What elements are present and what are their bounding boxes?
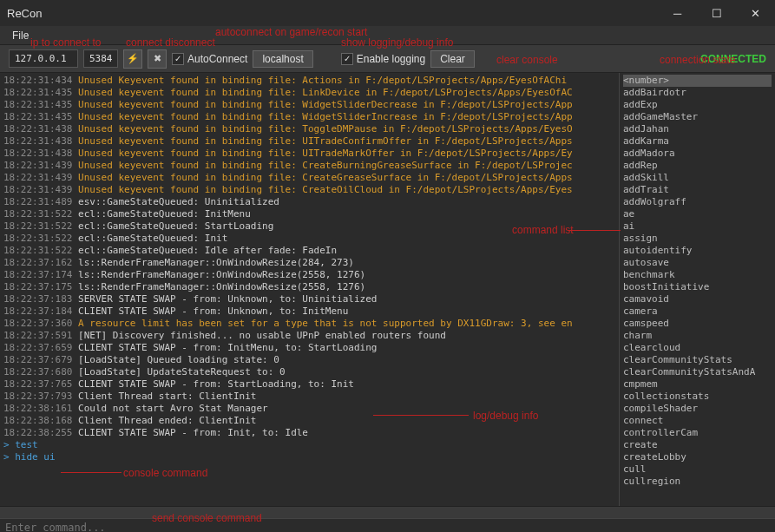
command-item[interactable]: benchmark — [623, 269, 772, 281]
log-line: > hide ui — [3, 451, 615, 463]
command-item[interactable]: addKarma — [623, 135, 772, 148]
connection-state: CONNECTED — [700, 53, 766, 65]
log-line: 18:22:37:162 ls::RenderFrameManager::OnW… — [3, 257, 615, 269]
window-title: ReCon — [7, 7, 42, 20]
enable-logging-label: Enable logging — [357, 53, 425, 65]
log-line: 18:22:31:438 Unused keyevent found in bi… — [3, 123, 615, 135]
close-button[interactable]: ✕ — [736, 0, 775, 26]
log-line: 18:22:37:659 CLIENT STATE SWAP - from: I… — [3, 342, 615, 354]
command-item[interactable]: clearCommunityStats — [623, 354, 772, 366]
log-line: 18:22:31:439 Unused keyevent found in bi… — [3, 184, 615, 196]
command-item[interactable]: camavoid — [623, 293, 772, 305]
command-item[interactable]: addSkill — [623, 172, 772, 184]
log-line: 18:22:37:175 ls::RenderFrameManager::OnW… — [3, 281, 615, 293]
log-line: 18:22:31:438 Unused keyevent found in bi… — [3, 135, 615, 148]
log-panel[interactable]: 18:22:31:434 Unused Keyevent found in bi… — [0, 73, 619, 506]
log-line: 18:22:37:680 [LoadState] UpdateStateRequ… — [3, 366, 615, 378]
log-line: 18:22:31:435 Unused keyevent found in bi… — [3, 87, 615, 99]
autoconnect-checkbox[interactable]: ✓ AutoConnect — [172, 53, 247, 65]
command-item[interactable]: cullregion — [623, 476, 772, 488]
log-line: 18:22:38:168 Client Thread ended: Client… — [3, 415, 615, 427]
enable-logging-checkbox[interactable]: ✓ Enable logging — [341, 53, 425, 65]
command-input[interactable] — [5, 522, 770, 532]
command-item[interactable]: autosave — [623, 257, 772, 269]
log-line: 18:22:37:174 ls::RenderFrameManager::OnW… — [3, 269, 615, 281]
localhost-button[interactable]: localhost — [253, 50, 312, 68]
command-input-bar — [0, 518, 775, 532]
menu-file[interactable]: File — [5, 28, 36, 43]
command-item[interactable]: clearcloud — [623, 342, 772, 354]
log-line: 18:22:31:522 ecl::GameStateQueued: Idle … — [3, 245, 615, 257]
disconnect-button[interactable]: ✖ — [148, 49, 167, 69]
command-item[interactable]: addTrait — [623, 184, 772, 196]
command-item[interactable]: connect — [623, 415, 772, 427]
command-panel[interactable]: <number>addBairdotraddExpaddGameMasterad… — [619, 73, 775, 506]
menubar: File — [0, 26, 775, 45]
command-item[interactable]: charm — [623, 330, 772, 342]
log-line: 18:22:38:255 CLIENT STATE SWAP - from: I… — [3, 427, 615, 439]
log-line: 18:22:31:438 Unused keyevent found in bi… — [3, 148, 615, 160]
plug-icon: ⚡ — [127, 53, 139, 64]
log-line: 18:22:37:183 SERVER STATE SWAP - from: U… — [3, 293, 615, 305]
log-line: 18:22:31:439 Unused keyevent found in bi… — [3, 160, 615, 172]
log-line: 18:22:31:522 ecl::GameStateQueued: Start… — [3, 220, 615, 233]
check-icon: ✓ — [341, 53, 353, 65]
maximize-button[interactable]: ☐ — [697, 0, 736, 26]
command-item[interactable]: <number> — [623, 75, 772, 87]
log-line: 18:22:37:679 [LoadState] Queued loading … — [3, 354, 615, 366]
command-item[interactable]: boostInitiative — [623, 281, 772, 293]
log-line: > test — [3, 439, 615, 451]
command-item[interactable]: addRep — [623, 160, 772, 172]
port-input[interactable] — [83, 49, 118, 68]
command-item[interactable]: autoidentify — [623, 245, 772, 257]
command-item[interactable]: ai — [623, 220, 772, 233]
log-line: 18:22:37:793 Client Thread start: Client… — [3, 391, 615, 403]
log-line: 18:22:37:184 CLIENT STATE SWAP - from: U… — [3, 305, 615, 318]
clear-button[interactable]: Clear — [430, 50, 475, 68]
command-item[interactable]: addJahan — [623, 123, 772, 135]
log-line: 18:22:37:360 A resource limit has been s… — [3, 318, 615, 330]
command-item[interactable]: addMadora — [623, 148, 772, 160]
main: 18:22:31:434 Unused Keyevent found in bi… — [0, 73, 775, 506]
log-line: 18:22:31:434 Unused Keyevent found in bi… — [3, 75, 615, 87]
minimize-button[interactable]: ─ — [658, 0, 697, 26]
toolbar: ⚡ ✖ ✓ AutoConnect localhost ✓ Enable log… — [0, 45, 775, 73]
command-item[interactable]: create — [623, 439, 772, 451]
command-item[interactable]: compileShader — [623, 403, 772, 415]
horizontal-scrollbar[interactable] — [0, 506, 775, 518]
command-item[interactable]: clearCommunityStatsAndA — [623, 366, 772, 378]
connect-button[interactable]: ⚡ — [123, 49, 142, 69]
command-item[interactable]: collectionstats — [623, 391, 772, 403]
log-line: 18:22:38:161 Could not start Avro Stat M… — [3, 403, 615, 415]
command-item[interactable]: ae — [623, 208, 772, 220]
log-line: 18:22:31:435 Unused keyevent found in bi… — [3, 99, 615, 111]
titlebar: ReCon ─ ☐ ✕ — [0, 0, 775, 26]
command-item[interactable]: cmpmem — [623, 378, 772, 391]
command-item[interactable]: addGameMaster — [623, 111, 772, 123]
log-line: 18:22:37:765 CLIENT STATE SWAP - from: S… — [3, 378, 615, 391]
log-line: 18:22:31:489 esv::GameStateQueued: Unini… — [3, 196, 615, 208]
command-item[interactable]: createLobby — [623, 451, 772, 463]
log-line: 18:22:31:439 Unused keyevent found in bi… — [3, 172, 615, 184]
log-line: 18:22:37:591 [NET] Discovery finished...… — [3, 330, 615, 342]
command-item[interactable]: controllerCam — [623, 427, 772, 439]
log-line: 18:22:31:522 ecl::GameStateQueued: InitM… — [3, 208, 615, 220]
command-item[interactable]: addBairdotr — [623, 87, 772, 99]
autoconnect-label: AutoConnect — [187, 53, 247, 65]
command-item[interactable]: addExp — [623, 99, 772, 111]
log-line: 18:22:31:435 Unused keyevent found in bi… — [3, 111, 615, 123]
log-line: 18:22:31:522 ecl::GameStateQueued: Init — [3, 233, 615, 245]
ip-input[interactable] — [9, 49, 78, 68]
command-item[interactable]: addWolgraff — [623, 196, 772, 208]
command-item[interactable]: camera — [623, 305, 772, 318]
unplug-icon: ✖ — [154, 53, 161, 64]
check-icon: ✓ — [172, 53, 184, 65]
command-item[interactable]: assign — [623, 233, 772, 245]
command-item[interactable]: camspeed — [623, 318, 772, 330]
command-item[interactable]: cull — [623, 463, 772, 476]
